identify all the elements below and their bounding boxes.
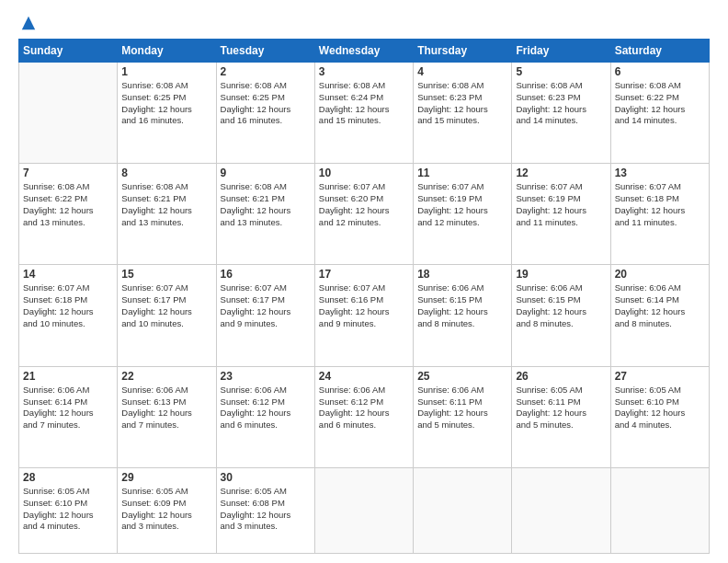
day-info: Sunrise: 6:06 AM Sunset: 6:12 PM Dayligh…: [221, 385, 311, 431]
day-number: 22: [121, 370, 211, 383]
calendar-cell: 19Sunrise: 6:06 AM Sunset: 6:15 PM Dayli…: [512, 265, 610, 366]
calendar-cell: 11Sunrise: 6:07 AM Sunset: 6:19 PM Dayli…: [414, 164, 512, 265]
day-info: Sunrise: 6:07 AM Sunset: 6:17 PM Dayligh…: [221, 282, 311, 329]
weekday-header-saturday: Saturday: [610, 40, 709, 63]
day-number: 23: [221, 370, 311, 383]
day-number: 4: [417, 65, 507, 78]
day-info: Sunrise: 6:07 AM Sunset: 6:18 PM Dayligh…: [23, 282, 113, 329]
day-number: 13: [615, 167, 705, 179]
calendar-cell: 4Sunrise: 6:08 AM Sunset: 6:23 PM Daylig…: [414, 63, 512, 164]
day-number: 20: [615, 268, 705, 281]
day-number: 30: [221, 471, 311, 484]
page: SundayMondayTuesdayWednesdayThursdayFrid…: [0, 0, 728, 563]
day-number: 21: [23, 370, 113, 383]
day-info: Sunrise: 6:08 AM Sunset: 6:24 PM Dayligh…: [319, 80, 409, 127]
day-number: 12: [516, 167, 606, 179]
weekday-header-wednesday: Wednesday: [314, 40, 413, 63]
day-number: 28: [23, 471, 113, 484]
day-info: Sunrise: 6:07 AM Sunset: 6:19 PM Dayligh…: [516, 181, 606, 228]
calendar-cell: 30Sunrise: 6:05 AM Sunset: 6:08 PM Dayli…: [216, 467, 314, 553]
logo-icon: [20, 15, 37, 31]
day-info: Sunrise: 6:08 AM Sunset: 6:22 PM Dayligh…: [23, 181, 113, 228]
day-number: 24: [319, 370, 409, 383]
day-info: Sunrise: 6:07 AM Sunset: 6:16 PM Dayligh…: [319, 282, 409, 329]
calendar-cell: 3Sunrise: 6:08 AM Sunset: 6:24 PM Daylig…: [314, 63, 413, 164]
calendar-cell: 22Sunrise: 6:06 AM Sunset: 6:13 PM Dayli…: [118, 366, 216, 467]
day-number: 6: [615, 65, 705, 78]
calendar-cell: 16Sunrise: 6:07 AM Sunset: 6:17 PM Dayli…: [216, 265, 314, 366]
day-number: 1: [121, 65, 211, 78]
day-info: Sunrise: 6:06 AM Sunset: 6:15 PM Dayligh…: [417, 282, 507, 329]
day-info: Sunrise: 6:08 AM Sunset: 6:25 PM Dayligh…: [221, 80, 311, 127]
weekday-header-friday: Friday: [512, 40, 610, 63]
day-number: 3: [319, 65, 409, 78]
day-number: 5: [516, 65, 606, 78]
day-number: 16: [221, 268, 311, 281]
calendar-cell: 20Sunrise: 6:06 AM Sunset: 6:14 PM Dayli…: [610, 265, 709, 366]
svg-marker-0: [22, 17, 35, 29]
day-info: Sunrise: 6:05 AM Sunset: 6:08 PM Dayligh…: [221, 486, 311, 533]
day-number: 10: [319, 167, 409, 179]
calendar-cell: 7Sunrise: 6:08 AM Sunset: 6:22 PM Daylig…: [19, 164, 118, 265]
calendar-cell: [512, 467, 610, 553]
calendar-cell: 15Sunrise: 6:07 AM Sunset: 6:17 PM Dayli…: [118, 265, 216, 366]
day-number: 7: [23, 167, 113, 179]
calendar-cell: 17Sunrise: 6:07 AM Sunset: 6:16 PM Dayli…: [314, 265, 413, 366]
calendar-cell: 2Sunrise: 6:08 AM Sunset: 6:25 PM Daylig…: [216, 63, 314, 164]
calendar-cell: [610, 467, 709, 553]
weekday-header-monday: Monday: [118, 40, 216, 63]
day-number: 8: [121, 167, 211, 179]
day-info: Sunrise: 6:05 AM Sunset: 6:11 PM Dayligh…: [516, 385, 606, 431]
day-number: 14: [23, 268, 113, 281]
day-number: 2: [221, 65, 311, 78]
calendar-cell: 12Sunrise: 6:07 AM Sunset: 6:19 PM Dayli…: [512, 164, 610, 265]
day-number: 11: [417, 167, 507, 179]
day-info: Sunrise: 6:05 AM Sunset: 6:10 PM Dayligh…: [615, 385, 705, 431]
calendar-week-row: 28Sunrise: 6:05 AM Sunset: 6:10 PM Dayli…: [19, 467, 710, 553]
weekday-header-thursday: Thursday: [414, 40, 512, 63]
day-number: 19: [516, 268, 606, 281]
calendar-cell: 8Sunrise: 6:08 AM Sunset: 6:21 PM Daylig…: [118, 164, 216, 265]
day-info: Sunrise: 6:08 AM Sunset: 6:21 PM Dayligh…: [121, 181, 211, 228]
calendar-week-row: 21Sunrise: 6:06 AM Sunset: 6:14 PM Dayli…: [19, 366, 710, 467]
calendar-cell: 9Sunrise: 6:08 AM Sunset: 6:21 PM Daylig…: [216, 164, 314, 265]
calendar-cell: [414, 467, 512, 553]
calendar-week-row: 7Sunrise: 6:08 AM Sunset: 6:22 PM Daylig…: [19, 164, 710, 265]
day-info: Sunrise: 6:06 AM Sunset: 6:15 PM Dayligh…: [516, 282, 606, 329]
day-info: Sunrise: 6:06 AM Sunset: 6:11 PM Dayligh…: [417, 385, 507, 431]
day-number: 29: [121, 471, 211, 484]
day-info: Sunrise: 6:07 AM Sunset: 6:19 PM Dayligh…: [417, 181, 507, 228]
day-info: Sunrise: 6:06 AM Sunset: 6:14 PM Dayligh…: [23, 385, 113, 431]
calendar-cell: 13Sunrise: 6:07 AM Sunset: 6:18 PM Dayli…: [610, 164, 709, 265]
weekday-header-row: SundayMondayTuesdayWednesdayThursdayFrid…: [19, 40, 710, 63]
day-number: 26: [516, 370, 606, 383]
calendar-cell: 21Sunrise: 6:06 AM Sunset: 6:14 PM Dayli…: [19, 366, 118, 467]
day-info: Sunrise: 6:08 AM Sunset: 6:23 PM Dayligh…: [516, 80, 606, 127]
day-info: Sunrise: 6:06 AM Sunset: 6:14 PM Dayligh…: [615, 282, 705, 329]
day-info: Sunrise: 6:06 AM Sunset: 6:12 PM Dayligh…: [319, 385, 409, 431]
day-info: Sunrise: 6:05 AM Sunset: 6:09 PM Dayligh…: [121, 486, 211, 533]
logo: [18, 15, 37, 31]
weekday-header-tuesday: Tuesday: [216, 40, 314, 63]
calendar-week-row: 14Sunrise: 6:07 AM Sunset: 6:18 PM Dayli…: [19, 265, 710, 366]
day-info: Sunrise: 6:07 AM Sunset: 6:18 PM Dayligh…: [615, 181, 705, 228]
day-info: Sunrise: 6:08 AM Sunset: 6:23 PM Dayligh…: [417, 80, 507, 127]
day-info: Sunrise: 6:06 AM Sunset: 6:13 PM Dayligh…: [121, 385, 211, 431]
day-info: Sunrise: 6:07 AM Sunset: 6:17 PM Dayligh…: [121, 282, 211, 329]
day-info: Sunrise: 6:08 AM Sunset: 6:22 PM Dayligh…: [615, 80, 705, 127]
header: [18, 15, 710, 31]
day-number: 17: [319, 268, 409, 281]
calendar-cell: 28Sunrise: 6:05 AM Sunset: 6:10 PM Dayli…: [19, 467, 118, 553]
calendar-cell: 18Sunrise: 6:06 AM Sunset: 6:15 PM Dayli…: [414, 265, 512, 366]
day-info: Sunrise: 6:08 AM Sunset: 6:21 PM Dayligh…: [221, 181, 311, 228]
calendar-week-row: 1Sunrise: 6:08 AM Sunset: 6:25 PM Daylig…: [19, 63, 710, 164]
day-number: 9: [221, 167, 311, 179]
calendar-table: SundayMondayTuesdayWednesdayThursdayFrid…: [18, 39, 710, 554]
calendar-cell: 10Sunrise: 6:07 AM Sunset: 6:20 PM Dayli…: [314, 164, 413, 265]
day-info: Sunrise: 6:07 AM Sunset: 6:20 PM Dayligh…: [319, 181, 409, 228]
calendar-cell: 6Sunrise: 6:08 AM Sunset: 6:22 PM Daylig…: [610, 63, 709, 164]
day-info: Sunrise: 6:05 AM Sunset: 6:10 PM Dayligh…: [23, 486, 113, 533]
calendar-cell: 26Sunrise: 6:05 AM Sunset: 6:11 PM Dayli…: [512, 366, 610, 467]
calendar-cell: 5Sunrise: 6:08 AM Sunset: 6:23 PM Daylig…: [512, 63, 610, 164]
day-number: 18: [417, 268, 507, 281]
